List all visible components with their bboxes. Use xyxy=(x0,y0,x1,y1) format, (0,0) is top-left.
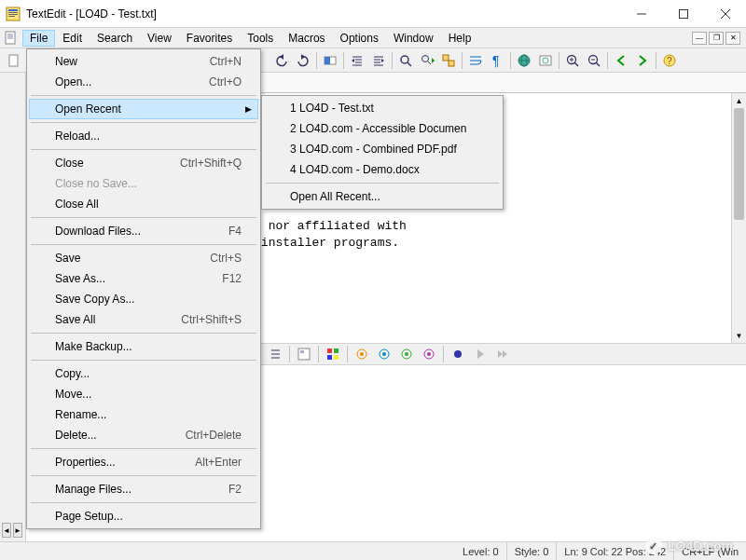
wrap-icon[interactable] xyxy=(465,50,486,71)
status-level: Level: 0 xyxy=(455,542,507,560)
recent-file-item[interactable]: Open All Recent... xyxy=(264,186,501,207)
mdi-controls: — ❐ ✕ xyxy=(692,32,744,45)
file-menu-item[interactable]: Save AllCtrl+Shift+S xyxy=(29,309,258,330)
file-menu-item[interactable]: Page Setup... xyxy=(29,506,258,526)
recent-file-item[interactable]: 1 LO4D - Test.txt xyxy=(264,98,501,118)
help-icon[interactable]: ? xyxy=(659,50,680,71)
file-menu-item[interactable]: Properties...Alt+Enter xyxy=(29,452,258,472)
vertical-scrollbar[interactable]: ▲ ▼ xyxy=(731,93,746,343)
menu-search[interactable]: Search xyxy=(90,30,140,47)
find-next-icon[interactable] xyxy=(417,50,437,71)
app-icon xyxy=(6,7,21,21)
file-menu-item[interactable]: Delete...Ctrl+Delete xyxy=(29,425,258,445)
toggle-icon[interactable] xyxy=(320,50,340,71)
recent-file-item[interactable]: 2 LO4D.com - Accessible Documen xyxy=(264,118,501,139)
menu-tools[interactable]: Tools xyxy=(240,30,281,47)
file-menu-item[interactable]: Rename... xyxy=(29,404,258,425)
pilcrow-icon[interactable]: ¶ xyxy=(487,50,507,71)
open-recent-submenu: 1 LO4D - Test.txt2 LO4D.com - Accessible… xyxy=(261,95,504,210)
file-menu-item[interactable]: Close All xyxy=(29,194,258,214)
recent-file-item[interactable]: 3 LO4D.com - Combined PDF.pdf xyxy=(264,139,501,159)
scroll-down-icon[interactable]: ▼ xyxy=(732,328,746,343)
mdi-restore-button[interactable]: ❐ xyxy=(709,32,724,45)
scroll-up-icon[interactable]: ▲ xyxy=(732,93,746,108)
file-menu-item: Close no Save... xyxy=(29,173,258,194)
title-bar: TextEdit - [LO4D - Test.txt] xyxy=(0,0,746,28)
menu-file[interactable]: File xyxy=(22,30,55,47)
panel-scroll-right[interactable]: ► xyxy=(13,523,22,538)
left-panel: ◄ ► xyxy=(0,73,26,541)
close-button[interactable] xyxy=(704,0,746,28)
file-menu-item[interactable]: Download Files...F4 xyxy=(29,221,258,241)
zoom-out-icon[interactable] xyxy=(584,50,604,71)
replace-icon[interactable] xyxy=(438,50,459,71)
file-menu-item[interactable]: Save As...F12 xyxy=(29,268,258,289)
recent-file-item[interactable]: 4 LO4D.com - Demo.docx xyxy=(264,159,501,180)
file-menu-item[interactable]: Copy... xyxy=(29,363,258,384)
bookmark4-icon[interactable] xyxy=(419,344,439,364)
menu-macros[interactable]: Macros xyxy=(281,30,332,47)
svg-point-63 xyxy=(405,352,408,356)
scroll-thumb[interactable] xyxy=(734,108,744,220)
new-file-icon[interactable] xyxy=(4,50,24,71)
file-menu-item[interactable]: SaveCtrl+S xyxy=(29,248,258,268)
svg-rect-3 xyxy=(8,14,18,15)
status-position: Ln: 9 Col: 22 Pos: 242 xyxy=(557,542,674,560)
svg-point-24 xyxy=(401,56,408,63)
indent-left-icon[interactable] xyxy=(347,50,367,71)
globe-icon[interactable] xyxy=(514,50,534,71)
minimize-button[interactable] xyxy=(620,0,662,28)
bookmark2-icon[interactable] xyxy=(374,344,394,364)
svg-point-59 xyxy=(360,352,364,356)
menu-view[interactable]: View xyxy=(140,30,179,47)
file-menu-item[interactable]: Open...Ctrl+O xyxy=(29,72,258,92)
bookmark3-icon[interactable] xyxy=(396,344,417,364)
file-menu-item[interactable]: NewCtrl+N xyxy=(29,51,258,72)
redo-icon[interactable] xyxy=(293,50,313,71)
mdi-close-button[interactable]: ✕ xyxy=(725,32,740,45)
record-icon[interactable] xyxy=(448,344,468,364)
browser-icon[interactable] xyxy=(535,50,556,71)
indent-right-icon[interactable] xyxy=(368,50,389,71)
maximize-button[interactable] xyxy=(662,0,704,28)
menu-help[interactable]: Help xyxy=(441,30,479,47)
menu-options[interactable]: Options xyxy=(333,30,386,47)
svg-rect-28 xyxy=(443,55,449,61)
file-menu-item[interactable]: CloseCtrl+Shift+Q xyxy=(29,153,258,173)
form-icon[interactable] xyxy=(294,344,314,364)
svg-rect-1 xyxy=(8,9,18,11)
svg-rect-2 xyxy=(8,12,18,13)
svg-rect-54 xyxy=(327,348,332,353)
svg-rect-6 xyxy=(679,9,687,18)
document-icon xyxy=(4,31,19,46)
file-menu-item[interactable]: Make Backup... xyxy=(29,336,258,357)
menu-edit[interactable]: Edit xyxy=(55,30,90,47)
file-menu-item[interactable]: Save Copy As... xyxy=(29,289,258,309)
play-icon[interactable] xyxy=(470,344,490,364)
menu-favorites[interactable]: Favorites xyxy=(179,30,240,47)
panel-scroll-left[interactable]: ◄ xyxy=(2,523,11,538)
fast-forward-icon[interactable] xyxy=(492,344,513,364)
file-menu-item[interactable]: Reload... xyxy=(29,126,258,146)
menu-window[interactable]: Window xyxy=(386,30,441,47)
bookmark1-icon[interactable] xyxy=(352,344,372,364)
file-menu-item[interactable]: Open Recent▶ xyxy=(29,99,258,119)
svg-rect-13 xyxy=(9,55,18,66)
file-menu-item[interactable]: Manage Files...F2 xyxy=(29,479,258,499)
svg-rect-53 xyxy=(300,350,304,353)
mdi-minimize-button[interactable]: — xyxy=(692,32,707,45)
svg-text:?: ? xyxy=(667,56,672,66)
svg-point-26 xyxy=(422,55,429,61)
file-menu-item[interactable]: Move... xyxy=(29,384,258,404)
svg-rect-52 xyxy=(298,348,310,360)
nav-forward-icon[interactable] xyxy=(632,50,653,71)
svg-line-27 xyxy=(428,61,431,64)
window-controls xyxy=(620,0,746,28)
zoom-in-icon[interactable] xyxy=(562,50,583,71)
list-icon[interactable] xyxy=(265,344,285,364)
nav-back-icon[interactable] xyxy=(611,50,631,71)
undo-icon[interactable] xyxy=(271,50,292,71)
find-icon[interactable] xyxy=(395,50,416,71)
color-icon[interactable] xyxy=(323,344,343,364)
svg-rect-57 xyxy=(334,355,338,360)
